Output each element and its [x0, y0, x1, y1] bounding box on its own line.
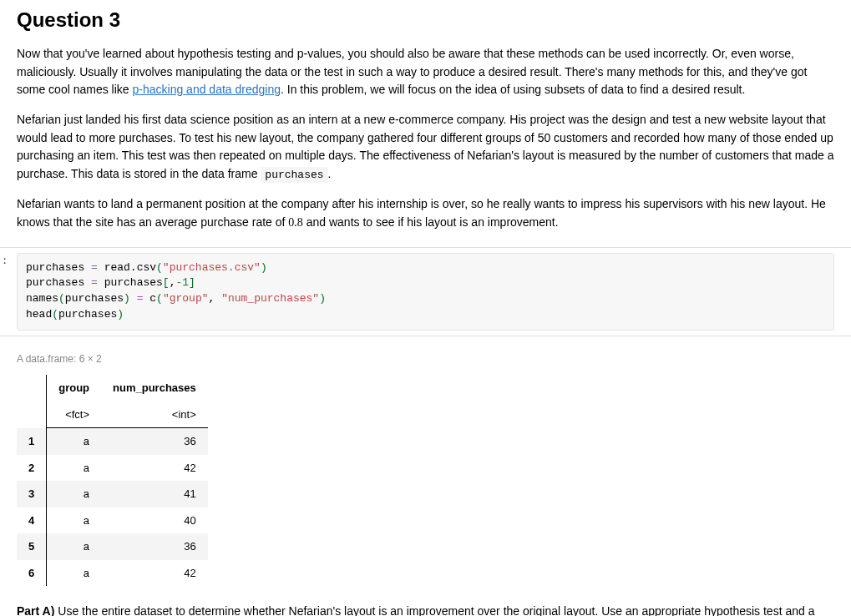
- code-block: purchases = read.csv("purchases.csv") pu…: [17, 253, 834, 331]
- table-row: 3 a 41: [17, 481, 208, 507]
- text: . In this problem, we will focus on the …: [281, 83, 745, 96]
- row-index: 4: [17, 507, 47, 534]
- table-corner: [17, 401, 47, 428]
- cell-group: a: [47, 428, 101, 455]
- output-caption: A data.frame: 6 × 2: [17, 351, 834, 366]
- cell-group: a: [47, 560, 101, 587]
- table-type-group: <fct>: [47, 401, 101, 428]
- row-index: 1: [17, 428, 47, 455]
- dataframe-table: group num_purchases <fct> <int> 1 a 36 2…: [17, 375, 208, 586]
- row-index: 6: [17, 560, 47, 587]
- cell-group: a: [47, 481, 101, 507]
- text: Use the entire dataset to determine whet…: [17, 604, 814, 616]
- p-hacking-link[interactable]: p-hacking and data dredging: [133, 83, 281, 96]
- intro-paragraph-1: Now that you've learned about hypothesis…: [17, 45, 834, 99]
- cell-num: 41: [101, 481, 208, 507]
- table-row: 2 a 42: [17, 455, 208, 482]
- row-index: 2: [17, 455, 47, 482]
- input-prompt: :: [0, 253, 8, 268]
- table-row: 1 a 36: [17, 428, 208, 455]
- table-row: 6 a 42: [17, 560, 208, 587]
- text: .: [328, 167, 332, 180]
- cell-num: 42: [101, 455, 208, 482]
- table-corner: [17, 375, 47, 401]
- cell-group: a: [47, 455, 101, 482]
- table-header-num: num_purchases: [101, 375, 208, 401]
- text: Nefarian just landed his first data scie…: [17, 113, 834, 180]
- cell-num: 36: [101, 428, 208, 455]
- cell-group: a: [47, 507, 101, 534]
- cell-num: 36: [101, 533, 208, 560]
- code-cell: : purchases = read.csv("purchases.csv") …: [0, 247, 851, 336]
- question-heading: Question 3: [17, 5, 834, 35]
- table-type-num: <int>: [101, 401, 208, 428]
- cell-group: a: [47, 533, 101, 560]
- intro-paragraph-3: Nefarian wants to land a permanent posit…: [17, 195, 834, 231]
- part-a-paragraph: Part A) Use the entire dataset to determ…: [17, 603, 834, 616]
- math-rate: 0.8: [288, 216, 303, 229]
- table-row: 4 a 40: [17, 507, 208, 534]
- table-header-group: group: [47, 375, 101, 401]
- table-row: 5 a 36: [17, 533, 208, 560]
- row-index: 5: [17, 533, 47, 560]
- row-index: 3: [17, 481, 47, 507]
- cell-num: 40: [101, 507, 208, 534]
- intro-paragraph-2: Nefarian just landed his first data scie…: [17, 111, 834, 184]
- inline-code-purchases: purchases: [261, 167, 327, 183]
- part-a-label: Part A): [17, 604, 54, 616]
- cell-num: 42: [101, 560, 208, 587]
- text: and wants to see if his layout is an imp…: [303, 215, 559, 229]
